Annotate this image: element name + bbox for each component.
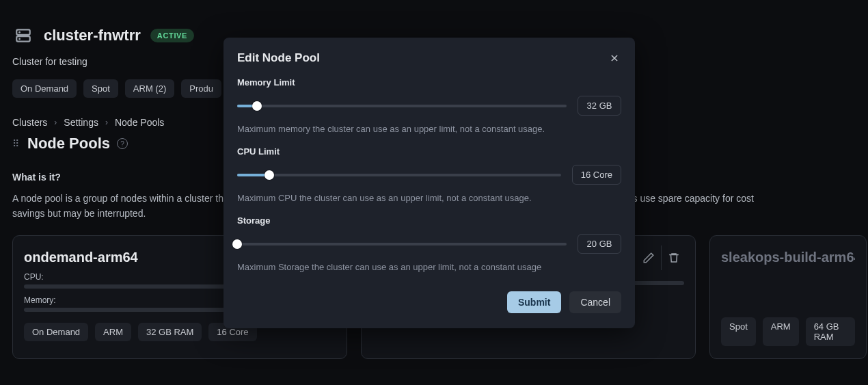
card-chip: On Demand [24, 323, 88, 341]
storage-value: 20 GB [578, 234, 621, 254]
storage-help: Maximum Storage the cluster can use as a… [237, 262, 621, 272]
svg-rect-0 [16, 29, 30, 35]
breadcrumb-link[interactable]: Settings [64, 117, 98, 128]
cancel-button[interactable]: Cancel [569, 291, 621, 313]
memory-limit-slider[interactable] [237, 105, 567, 107]
breadcrumb-link[interactable]: Clusters [12, 117, 47, 128]
tag-chip[interactable]: On Demand [12, 79, 77, 98]
cpu-limit-slider[interactable] [237, 174, 561, 176]
close-button[interactable] [608, 51, 621, 65]
chevron-right-icon: › [54, 118, 57, 127]
memory-limit-label: Memory Limit [237, 77, 621, 88]
card-chip: Spot [721, 317, 756, 346]
help-icon[interactable]: ? [117, 138, 128, 149]
tag-chip[interactable]: ARM (2) [125, 79, 174, 98]
modal-title: Edit Node Pool [237, 51, 320, 65]
card-chip: 32 GB RAM [138, 323, 202, 341]
storage-label: Storage [237, 215, 621, 226]
breadcrumb-current: Node Pools [115, 117, 164, 128]
card-title: sleakops-build-arm64 [721, 250, 855, 265]
card-chip: ARM [763, 317, 799, 346]
cluster-icon [12, 25, 34, 47]
tag-chip[interactable]: Produ [181, 79, 221, 98]
delete-button[interactable] [661, 245, 686, 270]
submit-button[interactable]: Submit [507, 291, 561, 313]
storage-slider[interactable] [237, 243, 567, 245]
chevron-right-icon: › [105, 118, 108, 127]
status-badge: ACTIVE [150, 29, 194, 42]
card-chip: ARM [95, 323, 131, 341]
section-title: Node Pools [27, 135, 110, 152]
tag-chip[interactable]: Spot [83, 79, 118, 98]
edit-button[interactable] [636, 245, 661, 270]
page-title: cluster-fnwtrr [44, 27, 141, 44]
memory-limit-help: Maximum memory the cluster can use as an… [237, 124, 621, 134]
cpu-limit-help: Maximum CPU the cluster can use as an up… [237, 193, 621, 203]
drag-handle-icon[interactable]: ⠿ [12, 138, 21, 149]
cpu-limit-label: CPU Limit [237, 146, 621, 157]
edit-node-pool-modal: Edit Node Pool Memory Limit 32 GB Maximu… [223, 38, 635, 328]
card-chip: 64 GB RAM [806, 317, 855, 346]
cpu-limit-value: 16 Core [572, 165, 621, 185]
node-pool-card: sleakops-build-arm64 Spot ARM 64 GB RAM [709, 235, 867, 359]
memory-limit-value: 32 GB [578, 96, 621, 116]
svg-rect-1 [16, 36, 30, 42]
